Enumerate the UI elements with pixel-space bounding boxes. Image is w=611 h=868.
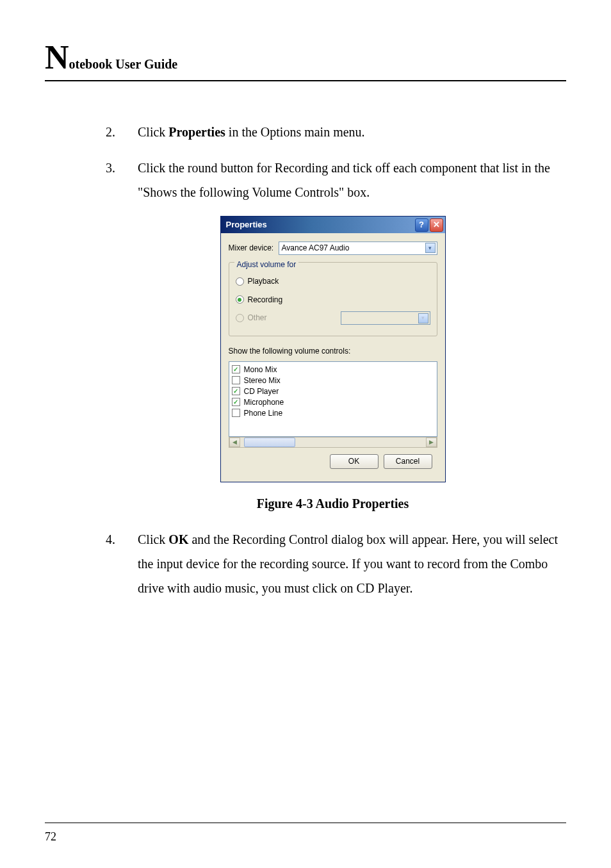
footer-rule — [45, 823, 566, 823]
list-label: Show the following volume controls: — [229, 344, 437, 359]
radio-icon — [236, 314, 244, 322]
step-text-pre: Click — [138, 125, 168, 139]
checkbox-icon[interactable]: ✓ — [232, 365, 240, 373]
step-3: 3. Click the round button for Recording … — [106, 156, 560, 204]
checkbox-icon[interactable] — [232, 409, 240, 417]
mixer-value: Avance AC97 Audio — [282, 241, 425, 256]
dialog-title: Properties — [226, 217, 414, 233]
radio-recording[interactable]: Recording — [236, 293, 430, 307]
title-initial: N — [45, 39, 69, 76]
checkbox-icon[interactable] — [232, 376, 240, 384]
checkbox-icon[interactable]: ✓ — [232, 398, 240, 406]
radio-label: Playback — [248, 274, 279, 289]
content: 2. Click Properties in the Options main … — [45, 120, 566, 600]
ok-button[interactable]: OK — [330, 454, 379, 469]
step-bold: Properties — [168, 125, 225, 139]
step-text-pre: Click — [138, 532, 168, 546]
mixer-row: Mixer device: Avance AC97 Audio ▾ — [229, 241, 437, 256]
step-bold: OK — [168, 532, 188, 546]
horizontal-scrollbar[interactable]: ◀ ▶ — [229, 437, 437, 448]
title-rest: otebook User Guide — [69, 57, 178, 71]
step-number: 4. — [106, 527, 138, 600]
figure-caption: Figure 4-3 Audio Properties — [106, 491, 560, 516]
close-icon[interactable]: ✕ — [430, 218, 443, 232]
step-2: 2. Click Properties in the Options main … — [106, 120, 560, 144]
header: Notebook User Guide — [45, 38, 566, 81]
step-text-post: in the Options main menu. — [225, 125, 365, 139]
radio-label: Recording — [248, 293, 283, 307]
checkbox-icon[interactable]: ✓ — [232, 387, 240, 395]
radio-icon[interactable] — [236, 277, 244, 286]
radio-label: Other — [248, 311, 267, 325]
scroll-right-icon[interactable]: ▶ — [426, 438, 437, 447]
other-combo: ▾ — [341, 311, 430, 325]
step-number: 2. — [106, 120, 138, 144]
radio-icon[interactable] — [236, 295, 244, 304]
step-body: Click Properties in the Options main men… — [138, 120, 560, 144]
volume-controls-list[interactable]: ✓ Mono Mix Stereo Mix ✓ CD Player ✓ Micr… — [229, 361, 437, 437]
radio-other: Other ▾ — [236, 311, 430, 325]
step-number: 3. — [106, 156, 138, 204]
scroll-track[interactable] — [240, 438, 426, 447]
help-icon[interactable]: ? — [415, 218, 428, 232]
item-label: Phone Line — [244, 406, 283, 421]
cancel-button[interactable]: Cancel — [384, 454, 432, 469]
scroll-thumb[interactable] — [244, 438, 295, 447]
group-title: Adjust volume for — [234, 258, 299, 272]
scroll-left-icon[interactable]: ◀ — [229, 438, 240, 447]
page-number: 72 — [45, 830, 56, 844]
step-text-post: and the Recording Control dialog box wil… — [138, 532, 558, 595]
adjust-volume-group: Adjust volume for Playback Recording Oth… — [229, 262, 437, 336]
step-4: 4. Click OK and the Recording Control di… — [106, 527, 560, 600]
chevron-down-icon: ▾ — [418, 313, 428, 323]
step-body: Click the round button for Recording and… — [138, 156, 560, 204]
figure: Properties ? ✕ Mixer device: Avance AC97… — [106, 216, 560, 482]
mixer-device-combo[interactable]: Avance AC97 Audio ▾ — [279, 242, 437, 255]
dialog-body: Mixer device: Avance AC97 Audio ▾ Adjust… — [221, 233, 445, 482]
list-item[interactable]: Phone Line — [232, 408, 434, 418]
radio-playback[interactable]: Playback — [236, 274, 430, 289]
page-title: Notebook User Guide — [45, 60, 177, 70]
step-body: Click OK and the Recording Control dialo… — [138, 527, 560, 600]
step-text-pre: Click the round button for Recording and… — [138, 161, 550, 199]
mixer-label: Mixer device: — [229, 241, 279, 256]
chevron-down-icon[interactable]: ▾ — [425, 243, 436, 253]
dialog-buttons: OK Cancel — [229, 448, 437, 475]
properties-dialog: Properties ? ✕ Mixer device: Avance AC97… — [220, 216, 446, 482]
titlebar[interactable]: Properties ? ✕ — [221, 217, 445, 233]
